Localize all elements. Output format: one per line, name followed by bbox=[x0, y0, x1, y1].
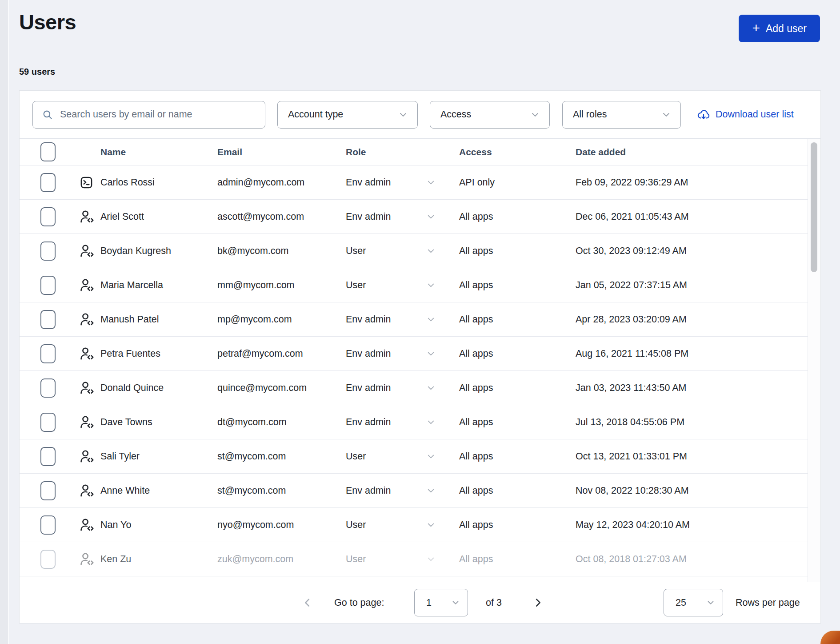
plus-icon: + bbox=[752, 21, 760, 35]
roles-dropdown[interactable]: All roles bbox=[562, 101, 681, 129]
user-role-dropdown[interactable]: User bbox=[346, 246, 459, 257]
table-body: Carlos Rossi admin@mycom.com Env admin A… bbox=[20, 165, 820, 576]
chevron-down-icon bbox=[398, 109, 408, 120]
user-access-cell: All apps bbox=[459, 554, 576, 565]
user-role-value: User bbox=[346, 451, 366, 462]
table-row: Sali Tyler st@mycom.com User All apps Oc… bbox=[20, 439, 808, 474]
user-date-added-cell: Aug 16, 2021 11:45:08 PM bbox=[576, 348, 808, 359]
download-user-list-label: Download user list bbox=[716, 109, 795, 120]
chevron-down-icon bbox=[706, 598, 716, 608]
row-checkbox[interactable] bbox=[40, 413, 56, 432]
person-code-icon bbox=[80, 244, 94, 258]
add-user-button[interactable]: + Add user bbox=[739, 15, 820, 42]
row-checkbox[interactable] bbox=[40, 276, 56, 295]
user-role-dropdown[interactable]: Env admin bbox=[346, 177, 459, 188]
column-header-role: Role bbox=[346, 147, 459, 157]
cloud-download-icon bbox=[696, 108, 711, 122]
user-date-added-cell: Jan 05, 2022 07:37:15 AM bbox=[576, 280, 808, 291]
user-role-dropdown[interactable]: Env admin bbox=[346, 485, 459, 496]
access-dropdown[interactable]: Access bbox=[430, 101, 550, 129]
user-name-cell: Petra Fuentes bbox=[100, 348, 217, 359]
row-checkbox[interactable] bbox=[40, 515, 56, 535]
user-name-cell: Maria Marcella bbox=[100, 280, 217, 291]
table-row: Petra Fuentes petraf@mycom.com Env admin… bbox=[20, 337, 808, 371]
user-email-cell: bk@mycom.com bbox=[217, 246, 346, 257]
row-checkbox[interactable] bbox=[40, 207, 56, 226]
user-email-cell: admin@mycom.com bbox=[217, 177, 346, 188]
rows-per-page-value: 25 bbox=[676, 597, 686, 608]
row-checkbox[interactable] bbox=[40, 550, 56, 569]
download-user-list-link[interactable]: Download user list bbox=[696, 108, 795, 122]
person-code-icon bbox=[80, 415, 94, 430]
user-role-dropdown[interactable]: User bbox=[346, 554, 459, 565]
table-scrollbar-thumb[interactable] bbox=[811, 142, 817, 272]
row-checkbox[interactable] bbox=[40, 481, 56, 500]
user-name-cell: Boydan Kugresh bbox=[100, 246, 217, 257]
user-email-cell: st@mycom.com bbox=[217, 451, 346, 462]
row-checkbox[interactable] bbox=[40, 344, 56, 363]
rows-per-page-select[interactable]: 25 bbox=[664, 589, 723, 616]
search-box[interactable] bbox=[32, 101, 265, 129]
user-date-added-cell: Dec 06, 2021 01:05:43 AM bbox=[576, 211, 808, 222]
account-type-dropdown[interactable]: Account type bbox=[277, 101, 418, 129]
chevron-down-icon bbox=[426, 314, 436, 325]
search-input[interactable] bbox=[60, 109, 256, 120]
person-code-icon bbox=[80, 278, 94, 293]
user-date-added-cell: Nov 08, 2022 10:28:30 AM bbox=[576, 485, 808, 496]
user-access-cell: All apps bbox=[459, 246, 576, 257]
table-row: Manush Patel mp@mycom.com Env admin All … bbox=[20, 302, 808, 337]
next-page-button[interactable] bbox=[532, 596, 544, 609]
chevron-down-icon bbox=[426, 349, 436, 359]
row-checkbox[interactable] bbox=[40, 242, 56, 261]
row-checkbox[interactable] bbox=[40, 310, 56, 329]
user-role-dropdown[interactable]: User bbox=[346, 280, 459, 291]
user-role-dropdown[interactable]: Env admin bbox=[346, 314, 459, 325]
person-code-icon bbox=[80, 552, 94, 567]
table-row: Carlos Rossi admin@mycom.com Env admin A… bbox=[20, 165, 808, 200]
user-role-value: Env admin bbox=[346, 348, 391, 359]
chevron-down-icon bbox=[426, 280, 436, 290]
table-row: Donald Quince quince@mycom.com Env admin… bbox=[20, 371, 808, 405]
user-role-dropdown[interactable]: Env admin bbox=[346, 382, 459, 394]
rows-per-page-label: Rows per page bbox=[736, 597, 800, 608]
column-header-email: Email bbox=[217, 147, 346, 157]
user-role-value: Env admin bbox=[346, 382, 391, 394]
row-checkbox[interactable] bbox=[40, 378, 56, 398]
window-left-gutter bbox=[0, 0, 9, 644]
add-user-label: Add user bbox=[766, 23, 807, 35]
person-code-icon bbox=[80, 449, 94, 464]
user-email-cell: dt@mycom.com bbox=[217, 417, 346, 428]
user-role-dropdown[interactable]: User bbox=[346, 519, 459, 531]
column-header-date-added: Date added bbox=[576, 147, 808, 157]
user-email-cell: nyo@mycom.com bbox=[217, 519, 346, 531]
user-role-dropdown[interactable]: Env admin bbox=[346, 211, 459, 222]
select-all-checkbox[interactable] bbox=[40, 142, 56, 161]
user-role-dropdown[interactable]: Env admin bbox=[346, 348, 459, 359]
user-date-added-cell: Jan 03, 2023 11:43:50 AM bbox=[576, 382, 808, 394]
user-role-value: Env admin bbox=[346, 177, 391, 188]
previous-page-button[interactable] bbox=[301, 596, 314, 609]
user-access-cell: All apps bbox=[459, 314, 576, 325]
user-role-dropdown[interactable]: Env admin bbox=[346, 417, 459, 428]
pagination-bar: Go to page: 1 of 3 25 Rows per page bbox=[20, 582, 820, 623]
chevron-down-icon bbox=[426, 177, 436, 188]
page-title: Users bbox=[19, 10, 76, 34]
user-date-added-cell: May 12, 2023 04:20:10 AM bbox=[576, 519, 808, 531]
table-scrollbar-track[interactable] bbox=[808, 139, 820, 583]
user-role-value: Env admin bbox=[346, 314, 391, 325]
users-table: Name Email Role Access Date added Carlos… bbox=[20, 139, 820, 583]
user-name-cell: Manush Patel bbox=[100, 314, 217, 325]
person-code-icon bbox=[80, 381, 94, 395]
user-count: 59 users bbox=[19, 67, 55, 77]
page-select[interactable]: 1 bbox=[414, 589, 468, 616]
table-row: Ariel Scott ascott@mycom.com Env admin A… bbox=[20, 200, 808, 234]
mascot-corner-decoration bbox=[820, 631, 840, 644]
table-row: Boydan Kugresh bk@mycom.com User All app… bbox=[20, 234, 808, 268]
chevron-left-icon bbox=[301, 596, 314, 609]
chevron-down-icon bbox=[426, 451, 436, 462]
user-role-dropdown[interactable]: User bbox=[346, 451, 459, 462]
row-checkbox[interactable] bbox=[40, 447, 56, 466]
row-checkbox[interactable] bbox=[40, 173, 56, 192]
user-email-cell: mp@mycom.com bbox=[217, 314, 346, 325]
access-value: Access bbox=[440, 109, 471, 120]
